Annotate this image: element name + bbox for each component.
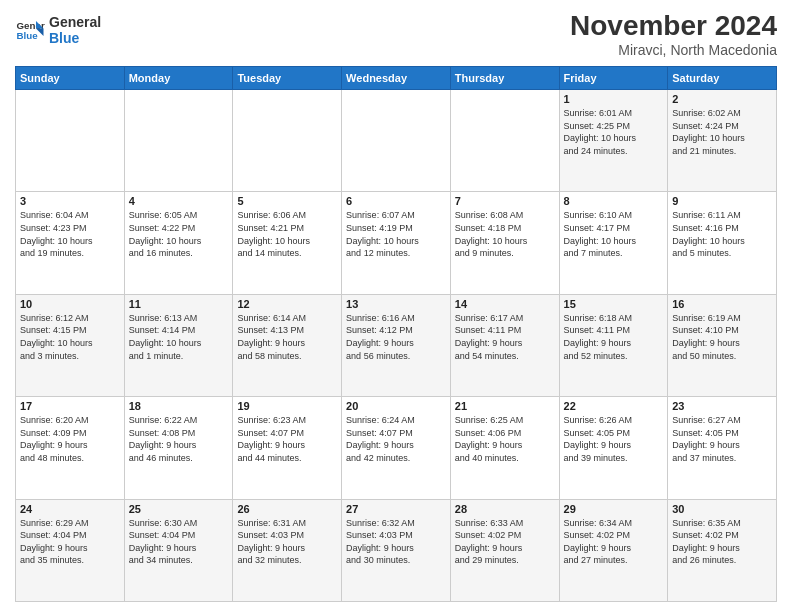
calendar-cell: 1Sunrise: 6:01 AMSunset: 4:25 PMDaylight… (559, 90, 668, 192)
day-number: 4 (129, 195, 229, 207)
page: General Blue General Blue November 2024 … (0, 0, 792, 612)
day-number: 19 (237, 400, 337, 412)
calendar-table: Sunday Monday Tuesday Wednesday Thursday… (15, 66, 777, 602)
title-area: November 2024 Miravci, North Macedonia (570, 10, 777, 58)
day-info: Sunrise: 6:22 AMSunset: 4:08 PMDaylight:… (129, 414, 229, 464)
calendar-cell (16, 90, 125, 192)
calendar-cell: 19Sunrise: 6:23 AMSunset: 4:07 PMDayligh… (233, 397, 342, 499)
day-number: 21 (455, 400, 555, 412)
calendar-cell: 10Sunrise: 6:12 AMSunset: 4:15 PMDayligh… (16, 294, 125, 396)
calendar-cell: 22Sunrise: 6:26 AMSunset: 4:05 PMDayligh… (559, 397, 668, 499)
day-number: 22 (564, 400, 664, 412)
day-info: Sunrise: 6:35 AMSunset: 4:02 PMDaylight:… (672, 517, 772, 567)
day-info: Sunrise: 6:32 AMSunset: 4:03 PMDaylight:… (346, 517, 446, 567)
calendar-week-0: 1Sunrise: 6:01 AMSunset: 4:25 PMDaylight… (16, 90, 777, 192)
day-number: 28 (455, 503, 555, 515)
day-info: Sunrise: 6:23 AMSunset: 4:07 PMDaylight:… (237, 414, 337, 464)
calendar-cell: 15Sunrise: 6:18 AMSunset: 4:11 PMDayligh… (559, 294, 668, 396)
day-info: Sunrise: 6:05 AMSunset: 4:22 PMDaylight:… (129, 209, 229, 259)
day-info: Sunrise: 6:04 AMSunset: 4:23 PMDaylight:… (20, 209, 120, 259)
calendar-body: 1Sunrise: 6:01 AMSunset: 4:25 PMDaylight… (16, 90, 777, 602)
day-number: 11 (129, 298, 229, 310)
day-number: 8 (564, 195, 664, 207)
day-number: 15 (564, 298, 664, 310)
header-sunday: Sunday (16, 67, 125, 90)
calendar-cell: 9Sunrise: 6:11 AMSunset: 4:16 PMDaylight… (668, 192, 777, 294)
day-info: Sunrise: 6:12 AMSunset: 4:15 PMDaylight:… (20, 312, 120, 362)
day-info: Sunrise: 6:08 AMSunset: 4:18 PMDaylight:… (455, 209, 555, 259)
day-info: Sunrise: 6:11 AMSunset: 4:16 PMDaylight:… (672, 209, 772, 259)
calendar-cell: 4Sunrise: 6:05 AMSunset: 4:22 PMDaylight… (124, 192, 233, 294)
day-info: Sunrise: 6:13 AMSunset: 4:14 PMDaylight:… (129, 312, 229, 362)
logo: General Blue General Blue (15, 14, 101, 46)
day-number: 5 (237, 195, 337, 207)
calendar-week-2: 10Sunrise: 6:12 AMSunset: 4:15 PMDayligh… (16, 294, 777, 396)
calendar-cell: 18Sunrise: 6:22 AMSunset: 4:08 PMDayligh… (124, 397, 233, 499)
header-saturday: Saturday (668, 67, 777, 90)
calendar-cell: 3Sunrise: 6:04 AMSunset: 4:23 PMDaylight… (16, 192, 125, 294)
day-info: Sunrise: 6:20 AMSunset: 4:09 PMDaylight:… (20, 414, 120, 464)
calendar-cell: 28Sunrise: 6:33 AMSunset: 4:02 PMDayligh… (450, 499, 559, 601)
calendar-cell: 20Sunrise: 6:24 AMSunset: 4:07 PMDayligh… (342, 397, 451, 499)
svg-text:Blue: Blue (17, 30, 39, 41)
calendar-cell: 6Sunrise: 6:07 AMSunset: 4:19 PMDaylight… (342, 192, 451, 294)
calendar-cell (450, 90, 559, 192)
calendar-cell: 5Sunrise: 6:06 AMSunset: 4:21 PMDaylight… (233, 192, 342, 294)
day-number: 3 (20, 195, 120, 207)
day-number: 1 (564, 93, 664, 105)
day-number: 25 (129, 503, 229, 515)
calendar-week-3: 17Sunrise: 6:20 AMSunset: 4:09 PMDayligh… (16, 397, 777, 499)
calendar-cell: 25Sunrise: 6:30 AMSunset: 4:04 PMDayligh… (124, 499, 233, 601)
day-info: Sunrise: 6:16 AMSunset: 4:12 PMDaylight:… (346, 312, 446, 362)
day-info: Sunrise: 6:02 AMSunset: 4:24 PMDaylight:… (672, 107, 772, 157)
day-info: Sunrise: 6:34 AMSunset: 4:02 PMDaylight:… (564, 517, 664, 567)
day-info: Sunrise: 6:29 AMSunset: 4:04 PMDaylight:… (20, 517, 120, 567)
day-info: Sunrise: 6:24 AMSunset: 4:07 PMDaylight:… (346, 414, 446, 464)
logo-line1: General (49, 14, 101, 30)
calendar-cell: 27Sunrise: 6:32 AMSunset: 4:03 PMDayligh… (342, 499, 451, 601)
day-number: 23 (672, 400, 772, 412)
calendar-week-1: 3Sunrise: 6:04 AMSunset: 4:23 PMDaylight… (16, 192, 777, 294)
location-subtitle: Miravci, North Macedonia (570, 42, 777, 58)
day-number: 10 (20, 298, 120, 310)
calendar-cell: 26Sunrise: 6:31 AMSunset: 4:03 PMDayligh… (233, 499, 342, 601)
calendar-cell: 21Sunrise: 6:25 AMSunset: 4:06 PMDayligh… (450, 397, 559, 499)
day-number: 24 (20, 503, 120, 515)
day-number: 12 (237, 298, 337, 310)
day-number: 17 (20, 400, 120, 412)
day-info: Sunrise: 6:30 AMSunset: 4:04 PMDaylight:… (129, 517, 229, 567)
day-info: Sunrise: 6:25 AMSunset: 4:06 PMDaylight:… (455, 414, 555, 464)
day-number: 26 (237, 503, 337, 515)
day-info: Sunrise: 6:31 AMSunset: 4:03 PMDaylight:… (237, 517, 337, 567)
month-title: November 2024 (570, 10, 777, 42)
day-info: Sunrise: 6:17 AMSunset: 4:11 PMDaylight:… (455, 312, 555, 362)
logo-icon: General Blue (15, 15, 45, 45)
day-info: Sunrise: 6:27 AMSunset: 4:05 PMDaylight:… (672, 414, 772, 464)
day-info: Sunrise: 6:14 AMSunset: 4:13 PMDaylight:… (237, 312, 337, 362)
header-tuesday: Tuesday (233, 67, 342, 90)
header: General Blue General Blue November 2024 … (15, 10, 777, 58)
calendar-cell: 30Sunrise: 6:35 AMSunset: 4:02 PMDayligh… (668, 499, 777, 601)
calendar-cell: 24Sunrise: 6:29 AMSunset: 4:04 PMDayligh… (16, 499, 125, 601)
day-number: 16 (672, 298, 772, 310)
day-number: 7 (455, 195, 555, 207)
calendar-cell: 11Sunrise: 6:13 AMSunset: 4:14 PMDayligh… (124, 294, 233, 396)
day-number: 2 (672, 93, 772, 105)
calendar-cell: 13Sunrise: 6:16 AMSunset: 4:12 PMDayligh… (342, 294, 451, 396)
calendar-cell (233, 90, 342, 192)
day-number: 6 (346, 195, 446, 207)
day-info: Sunrise: 6:01 AMSunset: 4:25 PMDaylight:… (564, 107, 664, 157)
day-number: 29 (564, 503, 664, 515)
day-number: 13 (346, 298, 446, 310)
calendar-cell: 16Sunrise: 6:19 AMSunset: 4:10 PMDayligh… (668, 294, 777, 396)
day-info: Sunrise: 6:19 AMSunset: 4:10 PMDaylight:… (672, 312, 772, 362)
header-monday: Monday (124, 67, 233, 90)
day-info: Sunrise: 6:06 AMSunset: 4:21 PMDaylight:… (237, 209, 337, 259)
day-number: 30 (672, 503, 772, 515)
day-info: Sunrise: 6:26 AMSunset: 4:05 PMDaylight:… (564, 414, 664, 464)
day-number: 20 (346, 400, 446, 412)
calendar-cell (124, 90, 233, 192)
day-number: 18 (129, 400, 229, 412)
header-wednesday: Wednesday (342, 67, 451, 90)
header-row: Sunday Monday Tuesday Wednesday Thursday… (16, 67, 777, 90)
